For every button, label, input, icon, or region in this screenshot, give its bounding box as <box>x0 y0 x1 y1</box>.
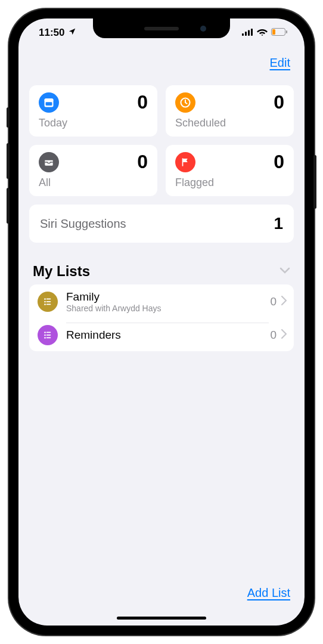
svg-point-17 <box>44 332 46 333</box>
list-bullet-icon <box>38 325 58 345</box>
list-subtitle: Shared with Arwydd Hays <box>66 304 262 313</box>
svg-rect-5 <box>286 30 287 33</box>
list-count: 0 <box>270 329 277 342</box>
battery-icon <box>271 27 288 39</box>
svg-rect-12 <box>46 299 51 300</box>
add-list-button[interactable]: Add List <box>247 586 290 600</box>
svg-rect-14 <box>46 301 51 302</box>
calendar-icon <box>39 92 59 113</box>
siri-suggestions-row[interactable]: Siri Suggestions 1 <box>29 205 294 243</box>
siri-count: 1 <box>274 214 283 233</box>
edit-button[interactable]: Edit <box>270 56 290 70</box>
svg-rect-3 <box>251 29 253 36</box>
card-today-label: Today <box>39 117 148 129</box>
svg-rect-0 <box>242 33 244 36</box>
card-flagged-label: Flagged <box>175 177 284 189</box>
svg-rect-20 <box>46 335 51 336</box>
svg-rect-18 <box>46 332 51 333</box>
chevron-right-icon <box>281 296 287 308</box>
tray-icon <box>39 152 59 172</box>
card-scheduled[interactable]: 0 Scheduled <box>166 85 294 137</box>
svg-rect-2 <box>248 30 250 36</box>
svg-rect-8 <box>45 98 54 101</box>
list-item-family[interactable]: Family Shared with Arwydd Hays 0 <box>29 284 294 319</box>
card-flagged[interactable]: 0 Flagged <box>166 145 294 196</box>
svg-point-13 <box>44 301 46 303</box>
svg-point-21 <box>44 337 46 339</box>
card-scheduled-label: Scheduled <box>175 117 284 129</box>
list-count: 0 <box>270 295 277 308</box>
list-bullet-icon <box>38 292 58 312</box>
card-flagged-count: 0 <box>274 151 284 173</box>
svg-rect-1 <box>245 32 247 36</box>
location-icon <box>68 27 76 39</box>
card-scheduled-count: 0 <box>274 91 284 113</box>
svg-rect-9 <box>46 102 52 106</box>
chevron-right-icon <box>281 329 287 341</box>
card-all-count: 0 <box>137 151 148 173</box>
navbar: Edit <box>18 47 305 78</box>
card-today-count: 0 <box>137 91 148 113</box>
card-all[interactable]: 0 All <box>29 145 157 196</box>
svg-point-15 <box>44 304 46 305</box>
svg-rect-6 <box>272 29 275 35</box>
flag-icon <box>175 152 195 172</box>
clock-icon <box>175 92 195 113</box>
list-title: Family <box>66 290 262 304</box>
status-time: 11:50 <box>39 27 64 39</box>
svg-rect-22 <box>46 338 51 339</box>
svg-rect-16 <box>46 304 51 305</box>
section-header-mylists[interactable]: My Lists <box>29 263 294 284</box>
home-indicator[interactable] <box>117 617 206 620</box>
chevron-down-icon <box>279 266 290 277</box>
section-title: My Lists <box>33 263 90 280</box>
card-all-label: All <box>39 177 148 189</box>
svg-point-11 <box>44 298 46 300</box>
siri-label: Siri Suggestions <box>40 217 126 231</box>
wifi-icon <box>257 27 268 39</box>
cellular-icon <box>242 27 253 39</box>
list-title: Reminders <box>66 329 262 342</box>
list-container: Family Shared with Arwydd Hays 0 <box>29 284 294 351</box>
svg-point-19 <box>44 335 46 336</box>
list-item-reminders[interactable]: Reminders 0 <box>29 319 294 351</box>
card-today[interactable]: 0 Today <box>29 85 157 137</box>
